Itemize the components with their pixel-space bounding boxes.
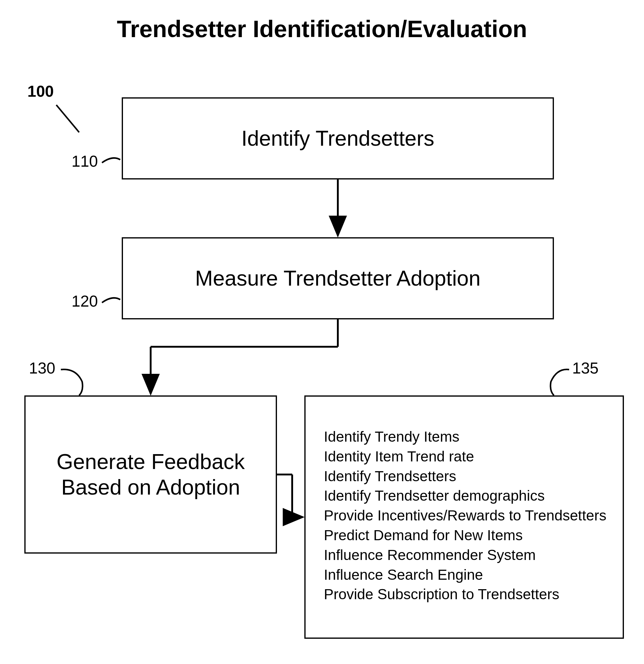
list-item: Identity Item Trend rate: [324, 447, 610, 466]
ref-100: 100: [27, 82, 54, 100]
list-item: Identify Trendsetters: [324, 466, 610, 486]
list-item: Influence Search Engine: [324, 565, 610, 585]
list-item: Predict Demand for New Items: [324, 525, 610, 545]
box-generate-label: Generate Feedback Based on Adoption: [38, 449, 264, 500]
ref-135: 135: [572, 359, 599, 377]
box-identify-label: Identify Trendsetters: [241, 126, 434, 151]
svg-line-1: [56, 105, 79, 132]
diagram-title: Trendsetter Identification/Evaluation: [0, 15, 644, 43]
ref-110: 110: [72, 152, 98, 170]
box-generate-feedback: Generate Feedback Based on Adoption: [24, 395, 277, 554]
ref-130: 130: [29, 359, 55, 377]
box-measure-adoption: Measure Trendsetter Adoption: [122, 237, 554, 319]
list-item: Provide Incentives/Rewards to Trendsette…: [324, 506, 610, 525]
list-item: Identify Trendsetter demographics: [324, 486, 610, 506]
list-item: Identify Trendy Items: [324, 427, 610, 447]
ref-120: 120: [72, 292, 98, 310]
list-item: Provide Subscription to Trendsetters: [324, 585, 610, 604]
box-outcomes-list: Identify Trendy Items Identity Item Tren…: [304, 395, 624, 639]
list-item: Influence Recommender System: [324, 545, 610, 565]
box-measure-label: Measure Trendsetter Adoption: [195, 266, 481, 291]
box-identify-trendsetters: Identify Trendsetters: [122, 97, 554, 180]
